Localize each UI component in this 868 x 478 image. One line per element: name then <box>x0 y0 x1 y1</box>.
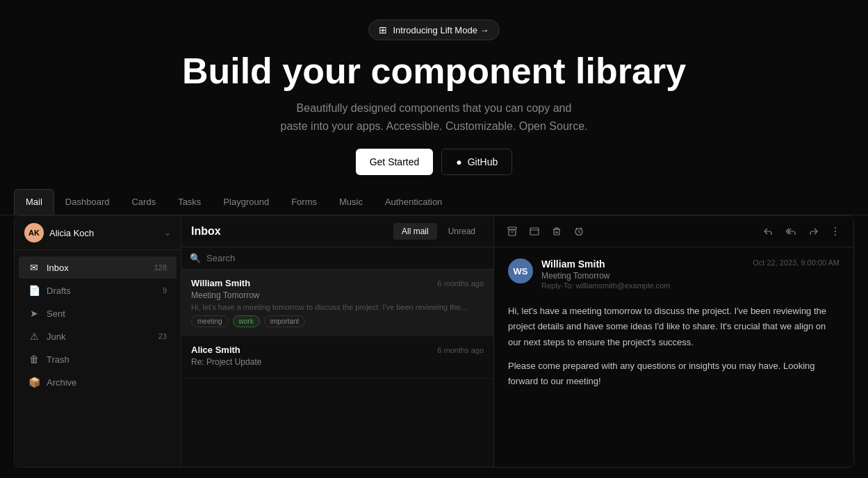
email-sender-2: Alice Smith <box>191 345 240 355</box>
body-paragraph-1: Hi, let's have a meeting tomorrow to dis… <box>508 304 840 349</box>
email-subject-2: Re: Project Update <box>191 357 484 367</box>
tag-important: important <box>264 315 306 327</box>
filter-unread[interactable]: Unread <box>440 223 484 240</box>
junk-button[interactable] <box>525 222 544 241</box>
email-row1: William Smith 6 months ago <box>191 278 484 288</box>
email-detail: WS William Smith Meeting Tomorrow Reply-… <box>494 216 853 467</box>
user-info: AK Alicia Koch <box>24 223 94 242</box>
trash-label: Trash <box>47 354 167 365</box>
tab-dashboard[interactable]: Dashboard <box>54 190 121 214</box>
detail-content: WS William Smith Meeting Tomorrow Reply-… <box>494 247 853 467</box>
detail-toolbar <box>494 216 853 247</box>
tab-authentication[interactable]: Authentication <box>374 190 453 214</box>
inbox-icon: ✉ <box>28 262 40 273</box>
junk-count: 23 <box>158 332 167 340</box>
grid-icon: ⊞ <box>379 24 387 35</box>
get-started-button[interactable]: Get Started <box>356 149 434 175</box>
sidebar-item-archive[interactable]: 📦 Archive <box>19 371 177 393</box>
nav-tabs: Mail Dashboard Cards Tasks Playground Fo… <box>0 189 868 215</box>
detail-body: Hi, let's have a meeting tomorrow to dis… <box>508 304 840 388</box>
email-item-2[interactable]: Alice Smith 6 months ago Re: Project Upd… <box>181 336 493 379</box>
search-input[interactable] <box>206 253 485 263</box>
svg-rect-3 <box>530 228 539 235</box>
sender-avatar: WS <box>508 258 533 283</box>
lift-mode-text: Introducing Lift Mode → <box>393 25 489 35</box>
svg-point-11 <box>835 227 836 229</box>
sent-label: Sent <box>47 308 167 319</box>
body-paragraph-2: Please come prepared with any questions … <box>508 358 840 389</box>
email-sender-1: William Smith <box>191 278 250 288</box>
detail-date: Oct 22, 2023, 9:00:00 AM <box>753 258 840 267</box>
hero-title: Build your component library <box>182 51 686 91</box>
tag-meeting: meeting <box>191 315 229 327</box>
sent-icon: ➤ <box>28 308 40 319</box>
tab-forms[interactable]: Forms <box>280 190 328 214</box>
email-preview-1: Hi, let's have a meeting tomorrow to dis… <box>191 303 469 311</box>
sidebar-header: AK Alicia Koch ⌄ <box>15 216 181 250</box>
junk-label: Junk <box>47 331 152 342</box>
github-label: GitHub <box>468 156 498 167</box>
sidebar: AK Alicia Koch ⌄ ✉ Inbox 128 📄 Drafts 9 … <box>15 216 181 467</box>
github-button[interactable]: ● GitHub <box>441 149 512 175</box>
inbox-title: Inbox <box>191 225 221 238</box>
drafts-count: 9 <box>163 286 167 295</box>
drafts-icon: 📄 <box>28 285 40 296</box>
filter-all-mail[interactable]: All mail <box>393 223 437 240</box>
inbox-count: 128 <box>154 263 167 272</box>
user-avatar: AK <box>24 223 44 242</box>
mail-app: AK Alicia Koch ⌄ ✉ Inbox 128 📄 Drafts 9 … <box>14 215 854 468</box>
subtitle-line2: paste into your apps. Accessible. Custom… <box>280 120 587 132</box>
user-name: Alicia Koch <box>49 228 94 238</box>
lift-mode-badge[interactable]: ⊞ Introducing Lift Mode → <box>368 19 499 40</box>
email-row2: Alice Smith 6 months ago <box>191 345 484 355</box>
hero-section: ⊞ Introducing Lift Mode → Build your com… <box>0 0 868 189</box>
email-list: Inbox All mail Unread 🔍 William Smith 6 … <box>181 216 494 467</box>
email-item-1[interactable]: William Smith 6 months ago Meeting Tomor… <box>181 270 493 336</box>
sidebar-item-trash[interactable]: 🗑 Trash <box>19 348 177 370</box>
github-icon: ● <box>456 156 461 167</box>
archive-label: Archive <box>47 377 167 388</box>
svg-rect-0 <box>508 227 516 229</box>
tab-tasks[interactable]: Tasks <box>167 190 212 214</box>
svg-rect-1 <box>509 230 516 236</box>
detail-sender-info: William Smith Meeting Tomorrow Reply-To:… <box>541 258 744 290</box>
email-tags-1: meeting work important <box>191 315 484 327</box>
user-menu-chevron[interactable]: ⌄ <box>164 228 171 238</box>
search-icon: 🔍 <box>190 253 201 263</box>
sidebar-item-junk[interactable]: ⚠ Junk 23 <box>19 325 177 347</box>
sidebar-item-sent[interactable]: ➤ Sent <box>19 302 177 324</box>
filter-tabs: All mail Unread <box>393 223 484 240</box>
sidebar-nav: ✉ Inbox 128 📄 Drafts 9 ➤ Sent ⚠ Junk 23 … <box>15 250 181 467</box>
detail-header: WS William Smith Meeting Tomorrow Reply-… <box>508 258 840 290</box>
forward-button[interactable] <box>803 222 823 241</box>
trash-icon: 🗑 <box>28 354 40 365</box>
subtitle-line1: Beautifully designed components that you… <box>297 102 572 114</box>
email-time-2: 6 months ago <box>437 346 484 354</box>
hero-subtitle: Beautifully designed components that you… <box>280 99 587 135</box>
tag-work: work <box>233 315 260 327</box>
more-button[interactable] <box>826 222 845 241</box>
inbox-label: Inbox <box>47 263 147 273</box>
delete-button[interactable] <box>547 222 566 241</box>
detail-reply-to: Reply-To: williamsmith@example.com <box>541 281 744 290</box>
svg-rect-5 <box>554 229 559 235</box>
snooze-button[interactable] <box>569 222 589 241</box>
sidebar-item-inbox[interactable]: ✉ Inbox 128 <box>19 256 177 279</box>
tab-cards[interactable]: Cards <box>120 190 167 214</box>
hero-buttons: Get Started ● GitHub <box>356 149 513 175</box>
email-time-1: 6 months ago <box>437 279 484 288</box>
archive-button[interactable] <box>502 222 522 241</box>
tab-music[interactable]: Music <box>328 190 374 214</box>
junk-icon: ⚠ <box>28 331 40 342</box>
sidebar-item-drafts[interactable]: 📄 Drafts 9 <box>19 279 177 302</box>
detail-subject: Meeting Tomorrow <box>541 271 744 281</box>
sender-initials: WS <box>514 266 528 277</box>
archive-icon: 📦 <box>28 377 40 388</box>
tab-mail[interactable]: Mail <box>14 189 54 215</box>
reply-button[interactable] <box>759 222 778 241</box>
email-list-header: Inbox All mail Unread <box>181 216 493 247</box>
user-initials: AK <box>28 229 40 237</box>
search-bar: 🔍 <box>181 247 493 270</box>
tab-playground[interactable]: Playground <box>212 190 280 214</box>
reply-all-button[interactable] <box>781 222 801 241</box>
